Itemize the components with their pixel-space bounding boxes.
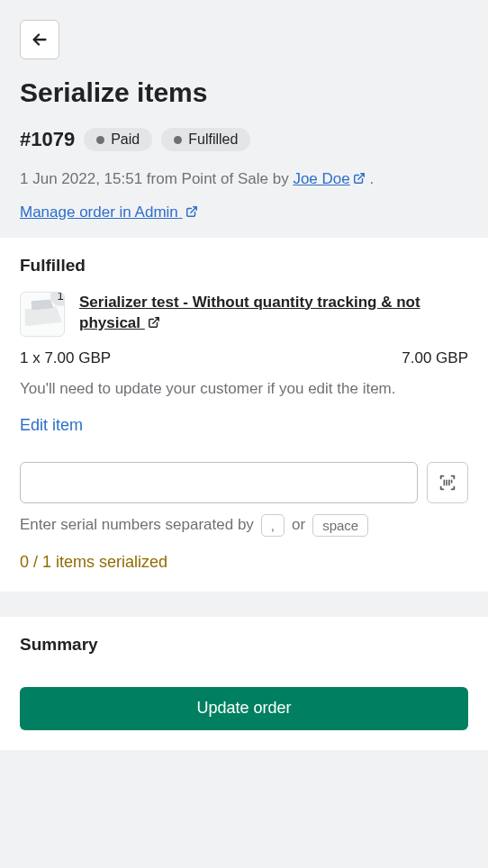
product-row: 1 Serializer test - Without quantity tra… [20,292,468,337]
qty-badge: 1 [50,292,65,306]
external-link-icon [148,316,160,329]
order-meta-row: #1079 Paid Fulfilled [20,128,468,151]
page-title: Serialize items [20,77,468,108]
price-right: 7.00 GBP [402,349,468,367]
badge-paid: Paid [84,128,152,151]
author-link[interactable]: Joe Doe [293,170,365,187]
chip-space: space [312,514,368,537]
product-title-link[interactable]: Serializer test - Without quantity track… [79,292,468,337]
external-link-icon [353,172,366,185]
serial-help: Enter serial numbers separated by , or s… [20,514,468,537]
manage-admin-link[interactable]: Manage order in Admin [20,203,198,222]
back-button[interactable] [20,20,59,59]
help-or: or [292,516,305,534]
order-meta-text: 1 Jun 2022, 15:51 from Point of Sale by … [20,167,468,191]
arrow-left-icon [30,30,50,50]
edit-hint: You'll need to update your customer if y… [20,380,468,398]
dot-icon [174,136,182,144]
order-number: #1079 [20,128,75,151]
serial-input-row [20,462,468,503]
fulfilled-title: Fulfilled [20,256,468,276]
summary-title: Summary [20,635,468,655]
badge-fulfilled-label: Fulfilled [188,131,238,148]
edit-item-link[interactable]: Edit item [20,416,83,435]
badge-fulfilled: Fulfilled [161,128,250,151]
meta-suffix: . [366,170,374,187]
external-link-icon [185,205,198,218]
chip-comma: , [261,514,285,537]
price-left: 1 x 7.00 GBP [20,349,111,367]
serialized-status: 0 / 1 items serialized [20,553,468,572]
update-order-button[interactable]: Update order [20,687,468,730]
barcode-button[interactable] [427,462,468,503]
price-row: 1 x 7.00 GBP 7.00 GBP [20,349,468,367]
badge-paid-label: Paid [111,131,140,148]
fulfilled-card: Fulfilled 1 Serializer test - Without qu… [0,238,488,592]
serial-number-input[interactable] [20,462,418,503]
dot-icon [96,136,104,144]
barcode-icon [438,473,457,493]
help-prefix: Enter serial numbers separated by [20,516,254,534]
product-thumbnail: 1 [20,292,65,337]
summary-card: Summary Update order [0,617,488,750]
meta-prefix: 1 Jun 2022, 15:51 from Point of Sale by [20,170,293,187]
